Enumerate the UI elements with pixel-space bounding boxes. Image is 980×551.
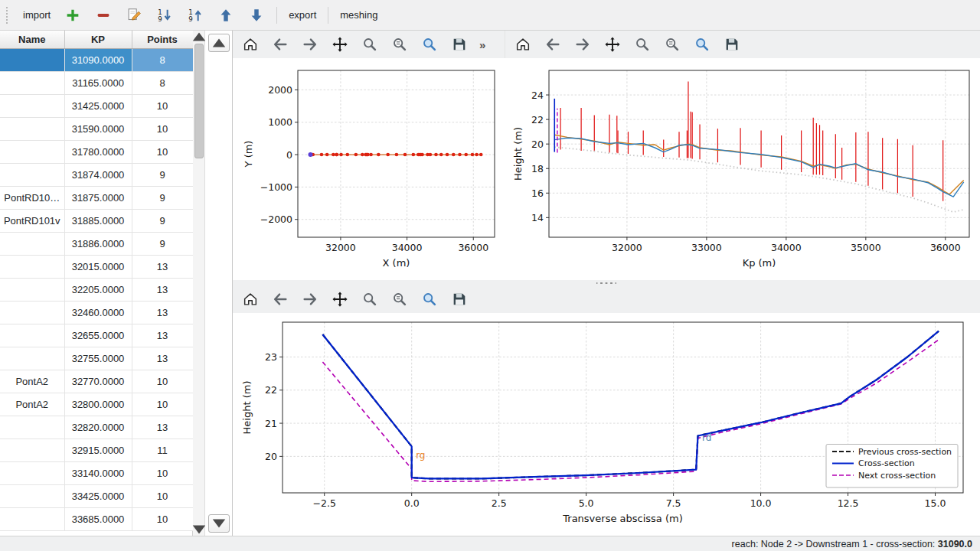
cross-section-chart[interactable]: −2.50.02.55.07.510.012.515.020212223Tran… bbox=[233, 313, 980, 536]
table-row[interactable]: PontA232800.000010 bbox=[0, 393, 193, 416]
cell-kp[interactable]: 31780.0000 bbox=[64, 140, 132, 163]
plot-home-button[interactable] bbox=[510, 33, 536, 56]
plot-home-button[interactable] bbox=[237, 288, 263, 311]
cell-points[interactable]: 13 bbox=[132, 255, 193, 278]
table-row[interactable]: PontA232770.000010 bbox=[0, 370, 193, 393]
cell-points[interactable]: 9 bbox=[132, 163, 193, 186]
cell-name[interactable]: PontRD101v bbox=[0, 209, 64, 232]
table-row[interactable]: PontRD10…31875.00009 bbox=[0, 186, 193, 209]
cell-kp[interactable]: 32800.0000 bbox=[64, 393, 132, 416]
cell-name[interactable] bbox=[0, 71, 64, 94]
table-row[interactable]: 32015.000013 bbox=[0, 255, 193, 278]
cell-name[interactable] bbox=[0, 461, 64, 484]
cell-points[interactable]: 8 bbox=[132, 71, 193, 94]
cell-points[interactable]: 10 bbox=[132, 117, 193, 140]
cell-name[interactable] bbox=[0, 232, 64, 255]
cell-kp[interactable]: 32205.0000 bbox=[64, 278, 132, 301]
plot-pan-button[interactable] bbox=[599, 33, 626, 56]
plot-zoom-button[interactable] bbox=[357, 288, 383, 311]
cell-name[interactable] bbox=[0, 416, 64, 439]
toolbar-drag-handle[interactable] bbox=[6, 7, 11, 24]
plot-subplots-button[interactable] bbox=[659, 33, 685, 56]
cell-name[interactable] bbox=[0, 484, 64, 507]
remove-cross-section-button[interactable] bbox=[89, 4, 118, 27]
plot-zoom-button[interactable] bbox=[629, 33, 655, 56]
cell-name[interactable] bbox=[0, 140, 64, 163]
cell-points[interactable]: 11 bbox=[132, 439, 193, 461]
table-row[interactable]: 32915.000011 bbox=[0, 439, 193, 461]
column-header-kp[interactable]: KP bbox=[64, 31, 132, 48]
plot-customize-button[interactable] bbox=[416, 288, 443, 311]
plot-save-button[interactable] bbox=[446, 288, 472, 311]
export-button[interactable]: export bbox=[283, 4, 322, 27]
table-row[interactable]: 32655.000013 bbox=[0, 324, 193, 347]
cell-name[interactable] bbox=[0, 324, 64, 347]
plot-customize-button[interactable] bbox=[689, 33, 715, 56]
plot-forward-button[interactable] bbox=[297, 33, 323, 56]
cell-name[interactable] bbox=[0, 117, 64, 140]
toolbar-overflow-chevron[interactable]: » bbox=[476, 38, 488, 51]
table-row[interactable]: 32205.000013 bbox=[0, 278, 193, 301]
column-header-points[interactable]: Points bbox=[132, 31, 193, 48]
cell-points[interactable]: 10 bbox=[132, 94, 193, 117]
move-down-button[interactable] bbox=[242, 4, 271, 27]
cell-kp[interactable]: 32770.0000 bbox=[64, 370, 132, 393]
scroll-down-button[interactable] bbox=[208, 514, 230, 533]
cell-kp[interactable]: 32915.0000 bbox=[64, 439, 132, 461]
add-cross-section-button[interactable] bbox=[58, 4, 87, 27]
cell-kp[interactable]: 31886.0000 bbox=[64, 232, 132, 255]
cell-points[interactable]: 13 bbox=[132, 278, 193, 301]
table-row[interactable]: 31590.000010 bbox=[0, 117, 193, 140]
horizontal-splitter[interactable] bbox=[233, 280, 980, 285]
table-row[interactable]: 31780.000010 bbox=[0, 140, 193, 163]
plot-back-button[interactable] bbox=[267, 33, 293, 56]
table-row[interactable]: 33425.000010 bbox=[0, 484, 193, 507]
cell-name[interactable]: PontA2 bbox=[0, 370, 64, 393]
cell-kp[interactable]: 33425.0000 bbox=[64, 484, 132, 507]
scrollbar-down-arrow[interactable] bbox=[193, 523, 205, 536]
plot-subplots-button[interactable] bbox=[387, 288, 413, 311]
cell-kp[interactable]: 31165.0000 bbox=[64, 71, 132, 94]
cell-kp[interactable]: 32755.0000 bbox=[64, 347, 132, 370]
cell-points[interactable]: 8 bbox=[132, 48, 193, 71]
table-row[interactable]: 31886.00009 bbox=[0, 232, 193, 255]
move-up-button[interactable] bbox=[211, 4, 240, 27]
longitudinal-profile-chart[interactable]: 3200033000340003500036000141618202224Kp … bbox=[505, 58, 980, 280]
cell-kp[interactable]: 33685.0000 bbox=[64, 507, 132, 530]
edit-cross-section-button[interactable] bbox=[119, 4, 149, 27]
cell-points[interactable]: 9 bbox=[132, 209, 193, 232]
plot-pan-button[interactable] bbox=[327, 33, 353, 56]
plan-view-chart[interactable]: 320003400036000−2000−1000010002000X (m)Y… bbox=[233, 58, 505, 280]
cell-name[interactable] bbox=[0, 301, 64, 324]
table-scrollbar[interactable] bbox=[193, 31, 205, 536]
cell-points[interactable]: 13 bbox=[132, 416, 193, 439]
plot-customize-button[interactable] bbox=[416, 33, 443, 56]
table-row[interactable]: 31425.000010 bbox=[0, 94, 193, 117]
cell-kp[interactable]: 32820.0000 bbox=[64, 416, 132, 439]
cell-points[interactable]: 13 bbox=[132, 301, 193, 324]
plot-home-button[interactable] bbox=[237, 33, 263, 56]
table-row[interactable]: 33685.000010 bbox=[0, 507, 193, 530]
cell-kp[interactable]: 32015.0000 bbox=[64, 255, 132, 278]
column-header-name[interactable]: Name bbox=[0, 31, 64, 48]
sort-descending-button[interactable]: 19 bbox=[150, 4, 179, 27]
table-row[interactable]: 32755.000013 bbox=[0, 347, 193, 370]
cell-kp[interactable]: 31425.0000 bbox=[64, 94, 132, 117]
scrollbar-thumb[interactable] bbox=[194, 44, 204, 158]
cell-kp[interactable]: 31590.0000 bbox=[64, 117, 132, 140]
cell-name[interactable] bbox=[0, 48, 64, 71]
table-row[interactable]: 31874.00009 bbox=[0, 163, 193, 186]
cell-name[interactable] bbox=[0, 94, 64, 117]
plot-forward-button[interactable] bbox=[297, 288, 323, 311]
table-row[interactable]: PontRD101v31885.00009 bbox=[0, 209, 193, 232]
cell-name[interactable] bbox=[0, 439, 64, 461]
plot-forward-button[interactable] bbox=[570, 33, 596, 56]
cell-name[interactable]: PontRD10… bbox=[0, 186, 64, 209]
cell-points[interactable]: 10 bbox=[132, 461, 193, 484]
table-row[interactable]: 31165.00008 bbox=[0, 71, 193, 94]
cell-kp[interactable]: 32460.0000 bbox=[64, 301, 132, 324]
cell-name[interactable] bbox=[0, 278, 64, 301]
cell-points[interactable]: 10 bbox=[132, 484, 193, 507]
plot-save-button[interactable] bbox=[719, 33, 745, 56]
cell-points[interactable]: 13 bbox=[132, 324, 193, 347]
